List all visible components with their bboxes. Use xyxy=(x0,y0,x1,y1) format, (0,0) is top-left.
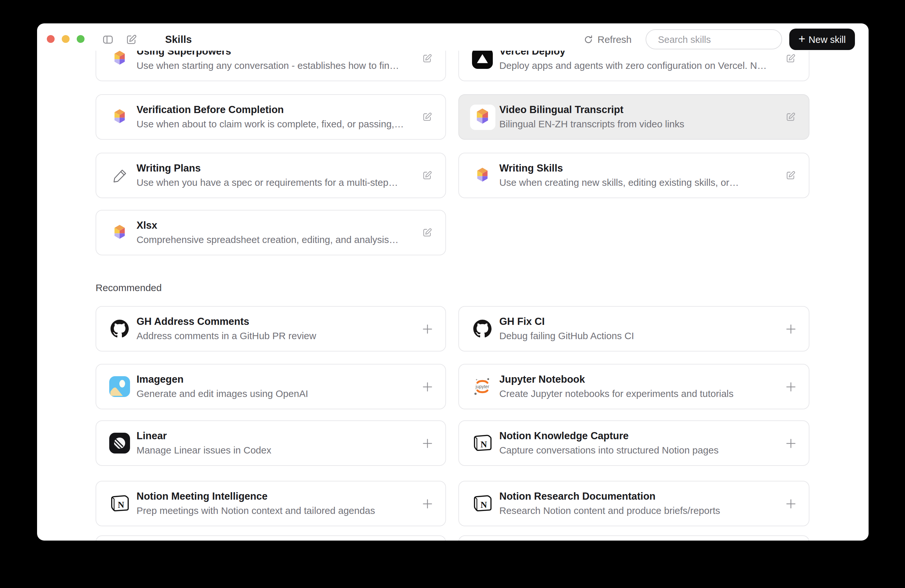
edit-icon xyxy=(422,53,432,64)
edit-skill-button[interactable] xyxy=(784,111,797,124)
refresh-label: Refresh xyxy=(597,34,632,45)
compose-icon xyxy=(125,34,137,46)
skill-description: Comprehensive spreadsheet creation, edit… xyxy=(137,233,414,246)
skill-card-jupyter-notebook[interactable]: jupyter Jupyter Notebook Create Jupyter … xyxy=(458,364,810,409)
skill-title: Linear xyxy=(137,430,414,442)
svg-text:jupyter: jupyter xyxy=(475,384,489,389)
minimize-window-button[interactable] xyxy=(62,35,70,43)
edit-icon xyxy=(422,112,432,122)
skill-card-verification-before-completion[interactable]: Verification Before Completion Use when … xyxy=(95,94,446,140)
skill-card-notion-research-documentation[interactable]: N Notion Research Documentation Research… xyxy=(458,481,810,526)
svg-text:N: N xyxy=(481,439,487,449)
notion-icon: N xyxy=(468,433,497,453)
skill-card-imagegen[interactable]: Imagegen Generate and edit images using … xyxy=(95,364,446,409)
svg-text:N: N xyxy=(481,500,487,510)
add-skill-button[interactable] xyxy=(421,322,433,335)
edit-icon xyxy=(422,170,432,181)
new-chat-button[interactable] xyxy=(125,34,137,46)
window-titlebar: Skills Refresh + New skill xyxy=(37,24,868,55)
pencil-icon xyxy=(105,167,134,184)
skill-description: Create Jupyter notebooks for experiments… xyxy=(499,387,778,400)
skill-description: Generate and edit images using OpenAI xyxy=(137,387,414,400)
skill-title: Xlsx xyxy=(137,219,414,232)
add-skill-button[interactable] xyxy=(421,497,433,510)
add-skill-button[interactable] xyxy=(421,437,433,450)
skill-title: Notion Research Documentation xyxy=(499,490,778,503)
edit-icon xyxy=(785,53,796,64)
skill-description: Use when starting any conversation - est… xyxy=(137,59,414,72)
github-icon xyxy=(468,320,497,338)
edit-skill-button[interactable] xyxy=(421,111,433,124)
skill-card-notion-knowledge-capture[interactable]: N Notion Knowledge Capture Capture conve… xyxy=(458,420,810,466)
skill-description: Deploy apps and agents with zero configu… xyxy=(499,59,778,72)
github-icon xyxy=(105,320,134,338)
toggle-sidebar-button[interactable] xyxy=(102,34,114,46)
plus-icon xyxy=(421,323,433,335)
notion-icon: N xyxy=(105,494,134,513)
linear-icon xyxy=(105,433,134,453)
partial-skill-card[interactable] xyxy=(458,536,810,540)
plus-icon xyxy=(784,437,797,449)
skill-card-notion-meeting-intelligence[interactable]: N Notion Meeting Intelligence Prep meeti… xyxy=(95,481,446,526)
skill-description: Prep meetings with Notion context and ta… xyxy=(137,504,414,517)
icon-tile xyxy=(470,104,495,130)
new-skill-label: New skill xyxy=(808,34,846,44)
plus-icon xyxy=(784,380,797,393)
plus-icon xyxy=(421,498,433,510)
search-skills-field[interactable] xyxy=(646,29,782,49)
skill-cube-icon xyxy=(468,167,497,184)
image-icon xyxy=(105,376,134,397)
close-window-button[interactable] xyxy=(47,35,55,43)
page-title: Skills xyxy=(165,34,192,46)
edit-skill-button[interactable] xyxy=(784,169,797,182)
skill-cube-icon xyxy=(105,109,134,125)
add-skill-button[interactable] xyxy=(784,497,797,510)
plus-icon: + xyxy=(799,33,805,45)
add-skill-button[interactable] xyxy=(784,322,797,335)
skill-description: Research Notion content and produce brie… xyxy=(499,504,778,517)
skill-card-xlsx[interactable]: Xlsx Comprehensive spreadsheet creation,… xyxy=(95,210,446,255)
skill-title: Notion Knowledge Capture xyxy=(499,430,778,442)
skill-title: Verification Before Completion xyxy=(137,103,414,116)
skill-card-video-bilingual-transcript[interactable]: Video Bilingual Transcript Bilingual EN-… xyxy=(458,94,810,140)
skill-description: Debug failing GitHub Actions CI xyxy=(499,330,778,342)
skill-card-using-superpowers[interactable]: Using Superpowers Use when starting any … xyxy=(95,51,446,81)
skill-title: Imagegen xyxy=(137,373,414,386)
skill-card-writing-plans[interactable]: Writing Plans Use when you have a spec o… xyxy=(95,153,446,198)
skill-description: Address comments in a GitHub PR review xyxy=(137,330,414,342)
skill-title: GH Address Comments xyxy=(137,315,414,328)
plus-icon xyxy=(784,323,797,335)
skill-title: Writing Skills xyxy=(499,162,778,175)
skill-card-linear[interactable]: Linear Manage Linear issues in Codex xyxy=(95,420,446,466)
notion-icon: N xyxy=(468,494,497,513)
skill-card-gh-address-comments[interactable]: GH Address Comments Address comments in … xyxy=(95,306,446,352)
jupyter-icon: jupyter xyxy=(468,376,497,398)
skill-title: Notion Meeting Intelligence xyxy=(137,490,414,503)
edit-icon xyxy=(422,227,432,238)
add-skill-button[interactable] xyxy=(784,380,797,393)
edit-icon xyxy=(785,112,796,122)
skill-description: Use when you have a spec or requirements… xyxy=(137,176,414,189)
new-skill-button[interactable]: + New skill xyxy=(789,29,855,50)
skill-title: GH Fix CI xyxy=(499,315,778,328)
plus-icon xyxy=(421,437,433,449)
edit-skill-button[interactable] xyxy=(421,226,433,239)
add-skill-button[interactable] xyxy=(784,437,797,450)
skill-cube-icon xyxy=(105,225,134,241)
skill-card-gh-fix-ci[interactable]: GH Fix CI Debug failing GitHub Actions C… xyxy=(458,306,810,352)
svg-text:N: N xyxy=(117,500,124,510)
skills-scroll-area[interactable]: Using Superpowers Use when starting any … xyxy=(37,51,868,540)
edit-skill-button[interactable] xyxy=(421,169,433,182)
search-input[interactable] xyxy=(657,33,781,45)
skill-card-vercel-deploy[interactable]: Vercel Deploy Deploy apps and agents wit… xyxy=(458,51,810,81)
zoom-window-button[interactable] xyxy=(77,35,84,43)
sidebar-icon xyxy=(102,34,114,46)
refresh-button[interactable]: Refresh xyxy=(583,34,632,45)
skill-description: Capture conversations into structured No… xyxy=(499,444,778,457)
add-skill-button[interactable] xyxy=(421,380,433,393)
skill-card-writing-skills[interactable]: Writing Skills Use when creating new ski… xyxy=(458,153,810,198)
skill-title: Jupyter Notebook xyxy=(499,373,778,386)
plus-icon xyxy=(784,498,797,510)
partial-skill-card[interactable] xyxy=(95,536,446,540)
skill-description: Use when creating new skills, editing ex… xyxy=(499,176,778,189)
